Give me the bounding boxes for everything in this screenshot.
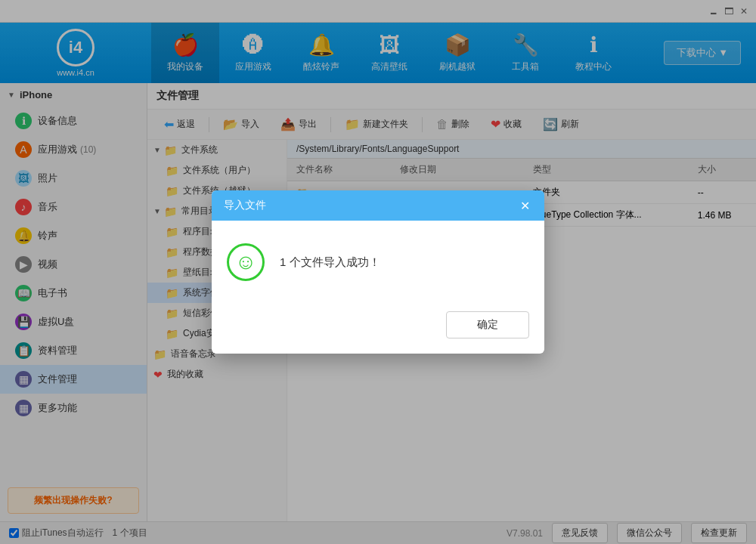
success-icon: ☺ bbox=[227, 243, 265, 281]
modal-ok-button[interactable]: 确定 bbox=[446, 311, 529, 338]
modal-body: ☺ 1 个文件导入成功！ bbox=[212, 221, 544, 304]
import-dialog: 导入文件 ✕ ☺ 1 个文件导入成功！ 确定 bbox=[212, 190, 544, 354]
modal-header: 导入文件 ✕ bbox=[212, 190, 544, 221]
modal-title: 导入文件 bbox=[224, 199, 266, 212]
modal-close-button[interactable]: ✕ bbox=[517, 198, 532, 213]
modal-overlay: 导入文件 ✕ ☺ 1 个文件导入成功！ 确定 bbox=[0, 0, 756, 544]
modal-message: 1 个文件导入成功！ bbox=[280, 255, 380, 270]
modal-footer: 确定 bbox=[212, 304, 544, 354]
